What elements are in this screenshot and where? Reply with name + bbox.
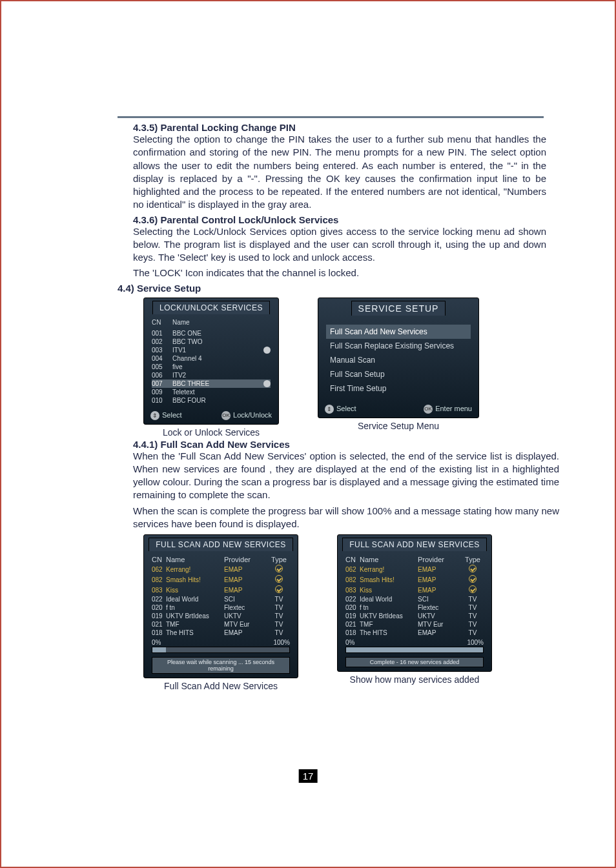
scan-row-name: Smash Hits! — [166, 576, 224, 583]
scan2-col-type: Type — [463, 556, 482, 563]
scan2-status: Complete - 16 new services added — [345, 657, 484, 667]
lock-row[interactable]: 001BBC ONE — [152, 329, 271, 338]
scan-row-cn: 022 — [152, 596, 166, 603]
lock-unlock-osd: LOCK/UNLOCK SERVICES CN Name 001BBC ONE0… — [143, 298, 279, 425]
scan1-prog-left: 0% — [152, 639, 161, 646]
scan-row: 022Ideal WorldSCITV — [152, 595, 290, 603]
scan-row-name: Kerrang! — [166, 566, 224, 573]
lock-foot-select: ⇕Select — [150, 411, 182, 420]
scan1-status: Please wait while scanning ... 15 second… — [152, 657, 290, 674]
scan2-title: FULL SCAN ADD NEW SERVICES — [342, 538, 487, 551]
lock-row-name: Channel 4 — [172, 355, 271, 362]
lock-row-cn: 004 — [152, 355, 172, 362]
scan-row-cn: 019 — [345, 612, 360, 620]
scan2-rows: 062Kerrang!EMAP082Smash Hits!EMAP083Kiss… — [345, 564, 484, 637]
ok-icon: OK — [424, 405, 433, 414]
radio-icon — [275, 575, 283, 583]
lock-osd-footer: ⇕Select OKLock/Unlock — [144, 409, 278, 424]
lock-row-cn: 003 — [152, 347, 172, 354]
setup-menu-list: Full Scan Add New ServicesFull Scan Repl… — [326, 325, 471, 396]
lock-row[interactable]: 004Channel 4 — [152, 354, 271, 363]
setup-menu-item[interactable]: Full Scan Add New Services — [326, 325, 471, 339]
lock-col-cn: CN — [152, 319, 172, 326]
scan-row-name: Kerrang! — [360, 566, 418, 573]
scan-row-prov: SCI — [418, 596, 463, 603]
scan-row-name: Kiss — [166, 587, 224, 594]
scan-complete-osd: FULL SCAN ADD NEW SERVICES CN Name Provi… — [337, 534, 492, 672]
scan-complete-figure: FULL SCAN ADD NEW SERVICES CN Name Provi… — [337, 534, 492, 685]
lock-col-name: Name — [172, 319, 271, 326]
scan-row-prov: EMAP — [418, 576, 463, 583]
scan-row-name: UKTV BrtIdeas — [360, 612, 418, 620]
setup-menu-item[interactable]: First Time Setup — [326, 381, 471, 396]
scan1-rows: 062Kerrang!EMAP082Smash Hits!EMAP083Kiss… — [152, 564, 290, 637]
scan-row-prov: EMAP — [224, 576, 269, 583]
scan2-header: CN Name Provider Type — [345, 555, 484, 564]
scan-row-name: UKTV BrtIdeas — [166, 612, 224, 620]
scan-row-cn: 082 — [345, 576, 360, 583]
lock-row-cn: 002 — [152, 338, 172, 345]
scan-row: 021TMFMTV EurTV — [345, 620, 484, 629]
radio-icon — [275, 585, 283, 593]
setup-menu-item[interactable]: Full Scan Setup — [326, 367, 471, 381]
lock-row[interactable]: 006ITV2 — [152, 371, 271, 379]
scan-row: 020f tnFlextecTV — [152, 603, 290, 612]
scan-row-cn: 021 — [345, 621, 360, 628]
scan-row: 018The HITSEMAPTV — [345, 629, 484, 637]
lock-row-cn: 007 — [152, 380, 172, 387]
scan-row-cn: 062 — [345, 566, 360, 573]
lock-row[interactable]: 003ITV1 — [152, 346, 271, 354]
lock-row[interactable]: 007BBC THREE — [152, 379, 271, 388]
scan1-caption: Full Scan Add New Services — [164, 681, 278, 691]
scan-row-name: TMF — [360, 621, 418, 628]
scan-row: 083KissEMAP — [345, 585, 484, 595]
lock-row[interactable]: 009Teletext — [152, 388, 271, 396]
scan-row-type: TV — [463, 596, 482, 603]
setup-menu-item[interactable]: Manual Scan — [326, 353, 471, 367]
scan1-progress-bar — [152, 647, 290, 653]
scan1-progress-labels: 0% 100% — [152, 637, 290, 647]
scan-row: 021TMFMTV EurTV — [152, 620, 290, 629]
scan-row-prov: EMAP — [224, 566, 269, 573]
scan-row-name: The HITS — [360, 629, 418, 636]
scan2-col-cn: CN — [345, 556, 360, 563]
lock-row-name: ITV1 — [172, 347, 263, 354]
scan-row-name: The HITS — [166, 629, 224, 636]
lock-row[interactable]: 010BBC FOUR — [152, 396, 271, 405]
scan-row: 019UKTV BrtIdeasUKTVTV — [345, 612, 484, 620]
radio-icon — [275, 565, 283, 572]
scan-row: 019UKTV BrtIdeasUKTVTV — [152, 612, 290, 620]
scan-row-cn: 018 — [152, 629, 166, 636]
heading-4-4-1: 4.4.1) Full Scan Add New Services — [133, 439, 563, 450]
scan-row-prov: SCI — [224, 596, 269, 603]
scan-row-cn: 082 — [152, 576, 166, 583]
scan-row-cn: 083 — [345, 587, 360, 594]
scan-progress-osd: FULL SCAN ADD NEW SERVICES CN Name Provi… — [143, 534, 298, 678]
scan-row-type: TV — [463, 612, 482, 620]
scan-row-name: f tn — [360, 604, 418, 611]
page-number: 17 — [299, 769, 318, 783]
lock-osd-body: CN Name 001BBC ONE002BBC TWO003ITV1004Ch… — [144, 312, 278, 409]
arrow-icon: ⇕ — [150, 411, 159, 420]
scan-row-name: Smash Hits! — [360, 576, 418, 583]
setup-menu-item[interactable]: Full Scan Replace Existing Services — [326, 339, 471, 353]
scan-row-prov: EMAP — [418, 566, 463, 573]
lock-row[interactable]: 002BBC TWO — [152, 338, 271, 346]
figure-row-1: LOCK/UNLOCK SERVICES CN Name 001BBC ONE0… — [143, 298, 563, 438]
scan1-progress-fill — [152, 647, 166, 652]
scan1-body: CN Name Provider Type 062Kerrang!EMAP082… — [144, 549, 298, 678]
scan-row-name: Ideal World — [360, 596, 418, 603]
lock-row-cn: 006 — [152, 372, 172, 379]
lock-osd-title: LOCK/UNLOCK SERVICES — [152, 301, 270, 314]
radio-icon — [469, 565, 477, 572]
scan-row-prov: MTV Eur — [224, 621, 269, 628]
scan-row-cn: 022 — [345, 596, 360, 603]
scan-row-type: TV — [463, 621, 482, 628]
para-4-4-1-b: When the scan is complete the progress b… — [133, 505, 559, 531]
scan-row-prov: Flextec — [418, 604, 463, 611]
content-area: 4.3.5) Parental Locking Change PIN Selec… — [40, 32, 576, 704]
scan-row-prov: UKTV — [418, 612, 463, 620]
lock-row[interactable]: 005five — [152, 363, 271, 371]
lock-foot-select-label: Select — [162, 411, 182, 419]
lock-row-name: BBC THREE — [172, 380, 263, 387]
